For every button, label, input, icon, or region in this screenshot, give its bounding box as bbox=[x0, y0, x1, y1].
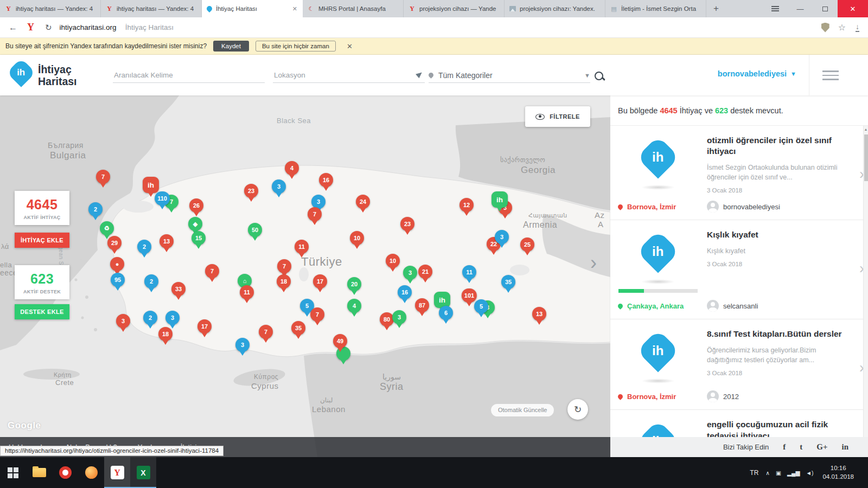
url-domain[interactable]: ihtiyacharitasi.org bbox=[60, 23, 117, 31]
refresh-icon[interactable]: ↻ bbox=[45, 23, 52, 33]
map-marker-pin[interactable]: 16 bbox=[398, 285, 412, 303]
map-marker-pin[interactable]: 49 bbox=[333, 334, 347, 352]
save-password-button[interactable]: Kaydet bbox=[213, 41, 249, 52]
browser-tab[interactable]: İhtiyaç Haritası✕ bbox=[202, 0, 303, 17]
map-marker-pin[interactable]: 20 bbox=[347, 277, 361, 295]
app-tray-icon[interactable]: ▣ bbox=[776, 470, 781, 476]
yandex-logo[interactable]: Y bbox=[27, 22, 34, 33]
add-need-button[interactable]: İHTİYAÇ EKLE bbox=[15, 233, 69, 248]
browser-tab[interactable]: Yihtiyaç haritası — Yandex: 4 bbox=[0, 0, 101, 17]
chevron-up-icon[interactable]: ∧ bbox=[765, 470, 770, 476]
browser-tab[interactable]: Yihtiyaç haritası — Yandex: 4 bbox=[101, 0, 202, 17]
tab-close-icon[interactable]: ✕ bbox=[291, 5, 297, 12]
map-marker-pin[interactable]: 2 bbox=[137, 240, 151, 258]
file-explorer-icon[interactable] bbox=[26, 457, 52, 488]
window-maximize-button[interactable] bbox=[813, 0, 838, 17]
linkedin-icon[interactable]: in bbox=[841, 442, 848, 452]
security-badge-icon[interactable] bbox=[821, 23, 829, 33]
search-icon[interactable] bbox=[595, 72, 605, 82]
map-marker-pin[interactable]: 23 bbox=[400, 217, 414, 235]
download-icon[interactable]: ↓ bbox=[856, 23, 859, 32]
map-marker-pin[interactable]: 33 bbox=[171, 282, 186, 300]
map-marker-pin[interactable]: 5 bbox=[474, 299, 488, 317]
new-tab-button[interactable]: + bbox=[706, 0, 726, 17]
map-canvas[interactable]: БългарияBulgariaBlack SeaსაქართველოGeorg… bbox=[0, 95, 610, 457]
browser-orange-icon[interactable] bbox=[78, 457, 104, 488]
scrollbar-thumb[interactable] bbox=[864, 134, 868, 181]
map-marker-pin[interactable]: 13 bbox=[532, 307, 546, 325]
brand-title[interactable]: İhtiyaç Haritası bbox=[38, 63, 77, 87]
map-marker-pin[interactable]: 35 bbox=[291, 321, 305, 339]
map-marker-pin[interactable]: 7 bbox=[308, 207, 322, 225]
browser-red-icon[interactable] bbox=[52, 457, 78, 488]
location-input[interactable] bbox=[273, 68, 425, 83]
network-icon[interactable]: ▂▄▆ bbox=[787, 470, 800, 476]
map-marker-pin[interactable]: 50 bbox=[248, 223, 262, 241]
map-marker-pin[interactable]: 17 bbox=[313, 274, 327, 292]
need-location[interactable]: Bornova, İzmir bbox=[618, 203, 707, 211]
map-marker-pin[interactable]: 10 bbox=[350, 231, 364, 249]
map-marker-pin[interactable]: 3 bbox=[403, 266, 417, 284]
back-icon[interactable]: ← bbox=[9, 23, 17, 33]
sidebar-scrollbar[interactable]: ▲ bbox=[863, 126, 868, 457]
need-title[interactable]: 8.sınıf Test kitapları.Bütün dersler bbox=[707, 329, 852, 339]
map-marker-pin[interactable]: 15 bbox=[192, 231, 206, 249]
map-marker-pin[interactable]: 4 bbox=[347, 299, 361, 317]
map-marker-pin[interactable]: 11 bbox=[240, 285, 254, 303]
map-marker-pin[interactable]: 18 bbox=[277, 274, 291, 292]
map-marker-pin[interactable]: 25 bbox=[520, 237, 534, 255]
map-marker-pin[interactable]: 110 bbox=[155, 191, 170, 209]
start-button[interactable] bbox=[0, 457, 26, 488]
window-minimize-button[interactable]: — bbox=[788, 0, 813, 17]
map-marker-pin[interactable]: 13 bbox=[159, 234, 174, 252]
map-marker-pin[interactable]: 7 bbox=[96, 170, 110, 188]
map-marker-pin[interactable]: 2 bbox=[144, 274, 158, 292]
map-marker-pin[interactable]: 24 bbox=[356, 195, 370, 213]
need-location[interactable]: Bornova, İzmir bbox=[618, 393, 707, 401]
auto-update-label[interactable]: Otomatik Güncelle bbox=[491, 404, 554, 416]
map-marker-pin[interactable]: 26 bbox=[189, 198, 203, 216]
map-marker-pin[interactable]: 3 bbox=[495, 230, 509, 248]
map-marker-pin[interactable]: 87 bbox=[415, 298, 429, 316]
map-marker-pin[interactable]: ih bbox=[492, 191, 508, 211]
map-marker-pin[interactable]: 7 bbox=[310, 307, 324, 325]
map-marker-pin[interactable]: 3 bbox=[235, 338, 250, 356]
carousel-next-icon[interactable]: › bbox=[590, 252, 597, 274]
need-location[interactable]: Çankaya, Ankara bbox=[618, 302, 707, 310]
facebook-icon[interactable]: f bbox=[783, 442, 786, 452]
browser-menu-icon[interactable] bbox=[763, 0, 788, 17]
need-user[interactable]: selcansanli bbox=[707, 300, 758, 312]
map-marker-pin[interactable]: 95 bbox=[111, 273, 125, 291]
map-marker-pin[interactable]: 18 bbox=[158, 327, 173, 345]
map-marker-pin[interactable]: 3 bbox=[165, 311, 180, 329]
language-indicator[interactable]: TR bbox=[750, 469, 758, 477]
filter-button[interactable]: FİLTRELE bbox=[525, 106, 590, 127]
map-marker-pin[interactable]: 23 bbox=[244, 184, 258, 202]
need-user[interactable]: 2012 bbox=[707, 390, 739, 402]
googleplus-icon[interactable]: G+ bbox=[816, 442, 827, 452]
map-marker-pin[interactable]: 11 bbox=[295, 240, 309, 258]
map-marker-pin[interactable]: 16 bbox=[319, 173, 333, 191]
need-title[interactable]: Kışlık kıyafet bbox=[707, 229, 852, 240]
yandex-browser-icon[interactable]: Y bbox=[104, 457, 130, 488]
need-card[interactable]: ih 8.sınıf Test kitapları.Bütün dersler … bbox=[610, 319, 868, 410]
map-marker-pin[interactable]: 10 bbox=[386, 254, 400, 272]
need-card[interactable]: ih otizmli öğrenciler için özel sınıf ih… bbox=[610, 126, 868, 220]
site-menu-icon[interactable] bbox=[822, 70, 839, 83]
map-marker-pin[interactable]: 2 bbox=[143, 311, 157, 329]
window-close-button[interactable]: ✕ bbox=[838, 0, 868, 17]
add-support-button[interactable]: DESTEK EKLE bbox=[15, 304, 69, 319]
brand-pin-logo[interactable]: ih bbox=[7, 58, 36, 87]
map-marker-pin[interactable]: 4 bbox=[285, 161, 299, 179]
map-marker-pin[interactable]: 7 bbox=[259, 325, 273, 343]
category-select[interactable]: Tüm Kategoriler ▼ bbox=[429, 68, 590, 83]
map-marker-pin[interactable]: 3 bbox=[392, 310, 406, 328]
browser-tab[interactable]: projeksiyon cihazı: Yandex. bbox=[505, 0, 605, 17]
map-marker-pin[interactable]: 12 bbox=[459, 198, 474, 216]
excel-icon[interactable]: X bbox=[130, 457, 156, 488]
volume-icon[interactable]: ◄) bbox=[806, 470, 814, 476]
browser-tab[interactable]: ☾MHRS Portal | Anasayfa bbox=[303, 0, 404, 17]
never-save-button[interactable]: Bu site için hiçbir zaman bbox=[256, 41, 336, 52]
user-menu[interactable]: bornovabelediyesi ▼ bbox=[718, 69, 796, 78]
browser-tab[interactable]: Yprojeksiyon cihazı — Yande bbox=[404, 0, 505, 17]
